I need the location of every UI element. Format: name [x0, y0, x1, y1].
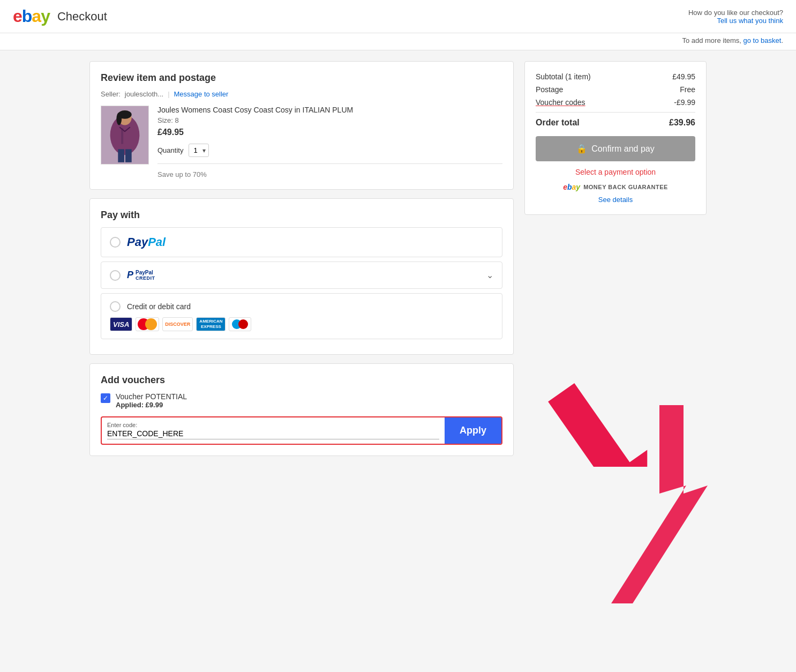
subtotal-label: Subtotal (1 item)	[536, 72, 591, 81]
voucher-checkbox[interactable]	[101, 393, 110, 403]
right-column: Subtotal (1 item) £49.95 Postage Free Vo…	[524, 61, 707, 456]
voucher-codes-label: Voucher codes	[536, 98, 585, 107]
summary-divider	[536, 112, 695, 113]
order-summary: Subtotal (1 item) £49.95 Postage Free Vo…	[524, 61, 707, 215]
confirm-pay-button[interactable]: 🔒 Confirm and pay	[536, 136, 695, 161]
message-seller-link[interactable]: Message to seller	[174, 90, 229, 98]
postage-label: Postage	[536, 85, 563, 94]
header-left: ebay Checkout	[13, 6, 107, 26]
paypal-credit-option[interactable]: P PayPal CREDIT ⌄	[101, 262, 502, 289]
quantity-label: Quantity	[157, 146, 183, 154]
pay-with-card: Pay with PayPal P PayPal CREDIT	[89, 198, 514, 355]
svg-rect-5	[121, 128, 123, 144]
postage-value: Free	[680, 85, 695, 94]
svg-rect-7	[125, 149, 132, 162]
main-container: Review item and postage Seller: joulescl…	[77, 50, 719, 467]
ebay-small-logo: ebay	[563, 183, 580, 191]
vouchers-title: Add vouchers	[101, 375, 502, 386]
quantity-select[interactable]: 1 2 3	[189, 144, 209, 157]
item-name: Joules Womens Coast Cosy Coast Cosy in I…	[157, 106, 502, 114]
voucher-input-wrapper: Enter code: Apply	[101, 416, 502, 445]
feedback-link[interactable]: Tell us what you think	[717, 17, 783, 25]
item-row: Joules Womens Coast Cosy Coast Cosy in I…	[101, 106, 502, 178]
seller-label: Seller:	[101, 90, 121, 98]
voucher-text-block: Voucher POTENTIAL Applied: £9.99	[116, 392, 187, 409]
review-card: Review item and postage Seller: joulescl…	[89, 61, 514, 190]
select-payment-message: Select a payment option	[536, 168, 695, 176]
svg-rect-6	[118, 149, 124, 162]
logo-e: e	[13, 6, 22, 26]
subheader: To add more items, go to basket.	[0, 33, 796, 50]
money-back-guarantee: ebay MONEY BACK GUARANTEE	[536, 183, 695, 191]
card-option-label: Credit or debit card	[127, 302, 191, 311]
save-text: Save up to 70%	[157, 170, 502, 178]
seller-row: Seller: joulescloth... | Message to sell…	[101, 90, 502, 98]
voucher-code-input[interactable]	[107, 429, 439, 439]
item-image	[101, 106, 149, 165]
paypal-option[interactable]: PayPal	[101, 227, 502, 257]
expand-icon[interactable]: ⌄	[486, 270, 493, 280]
review-title: Review item and postage	[101, 72, 502, 84]
voucher-input-section: Enter code: Apply	[101, 416, 502, 445]
postage-row: Postage Free	[536, 85, 695, 94]
pp-credit-line1: PayPal	[136, 270, 155, 275]
paypal-credit-radio[interactable]	[110, 270, 121, 281]
logo-b: b	[22, 6, 32, 26]
quantity-row: Quantity 1 2 3	[157, 144, 502, 157]
header-right: How do you like our checkout? Tell us wh…	[688, 9, 783, 25]
order-total-row: Order total £39.96	[536, 118, 695, 128]
basket-prompt: To add more items,	[682, 36, 741, 44]
voucher-input-inner: Enter code:	[102, 417, 445, 444]
item-divider	[157, 163, 502, 164]
mastercard-logo	[136, 317, 159, 331]
left-column: Review item and postage Seller: joulescl…	[89, 61, 514, 456]
see-details: See details	[536, 196, 695, 204]
voucher-discount-value: -£9.99	[674, 98, 695, 107]
svg-point-4	[116, 113, 122, 125]
amex-logo: AMERICANEXPRESS	[196, 317, 226, 331]
apply-button[interactable]: Apply	[445, 417, 501, 444]
item-details: Joules Womens Coast Cosy Coast Cosy in I…	[157, 106, 502, 178]
voucher-row: Voucher codes -£9.99	[536, 98, 695, 107]
vouchers-card: Add vouchers Voucher POTENTIAL Applied: …	[89, 363, 514, 456]
quantity-wrapper: 1 2 3	[189, 144, 209, 157]
item-size: Size: 8	[157, 116, 502, 124]
seller-divider: |	[168, 90, 169, 98]
pay-with-title: Pay with	[101, 210, 502, 221]
voucher-applied: Applied: £9.99	[116, 401, 187, 409]
basket-suffix: .	[781, 36, 783, 44]
logo-y: y	[41, 6, 50, 26]
subtotal-value: £49.95	[672, 72, 695, 81]
header: ebay Checkout How do you like our checko…	[0, 0, 796, 33]
maestro-logo	[229, 317, 251, 331]
voucher-item: Voucher POTENTIAL Applied: £9.99	[101, 392, 502, 409]
paypal-logo: PayPal	[127, 235, 166, 249]
pp-credit-line2: CREDIT	[136, 275, 155, 281]
page-title: Checkout	[57, 10, 107, 24]
voucher-name: Voucher POTENTIAL	[116, 392, 187, 401]
paypal-credit-logo: P PayPal CREDIT	[127, 270, 155, 281]
go-to-basket-link[interactable]: go to basket	[744, 36, 782, 44]
voucher-input-label: Enter code:	[107, 422, 439, 428]
card-radio[interactable]	[110, 301, 121, 312]
logo-a: a	[32, 6, 41, 26]
visa-logo: VISA	[110, 317, 132, 331]
see-details-link[interactable]: See details	[598, 196, 633, 204]
pp-icon: P	[127, 270, 133, 281]
paypal-credit-left: P PayPal CREDIT	[110, 270, 155, 281]
order-total-value: £39.96	[669, 118, 695, 128]
discover-logo: DISCOVER	[162, 317, 193, 331]
money-back-text: MONEY BACK GUARANTEE	[583, 184, 668, 190]
credit-card-option[interactable]: Credit or debit card VISA DISCOVER AMERI…	[101, 293, 502, 339]
item-price: £49.95	[157, 128, 502, 137]
paypal-radio[interactable]	[110, 237, 121, 248]
feedback-prompt: How do you like our checkout?	[688, 9, 783, 17]
ebay-logo: ebay	[13, 6, 50, 26]
subtotal-row: Subtotal (1 item) £49.95	[536, 72, 695, 81]
seller-name: joulescloth...	[125, 90, 163, 98]
card-logos: VISA DISCOVER AMERICANEXPRESS	[110, 317, 493, 331]
lock-icon: 🔒	[576, 144, 587, 154]
confirm-pay-label: Confirm and pay	[591, 144, 654, 154]
order-total-label: Order total	[536, 118, 580, 128]
credit-card-top: Credit or debit card	[110, 301, 493, 312]
